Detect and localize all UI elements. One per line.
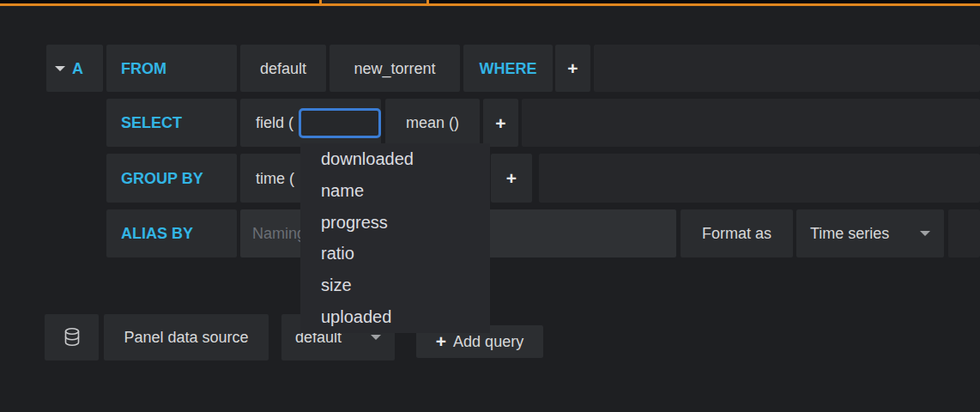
group-by-label: GROUP BY: [106, 154, 237, 203]
plus-icon: +: [506, 169, 517, 187]
group-by-row-filler: [539, 154, 980, 203]
field-options-dropdown: downloaded name progress ratio size uplo…: [300, 143, 490, 333]
alias-row-filler: [948, 209, 980, 258]
query-ref-letter: A: [72, 61, 83, 76]
chevron-down-icon: [371, 335, 381, 340]
retention-policy-segment[interactable]: default: [240, 45, 326, 92]
from-row-filler: [594, 45, 980, 92]
from-label: FROM: [106, 45, 237, 92]
format-as-label: Format as: [681, 209, 793, 258]
dropdown-option[interactable]: progress: [300, 207, 490, 239]
plus-icon: +: [436, 331, 446, 352]
dropdown-option[interactable]: uploaded: [300, 301, 490, 333]
panel-datasource-label: Panel data source: [104, 314, 269, 360]
dropdown-option[interactable]: ratio: [300, 238, 490, 270]
dropdown-option[interactable]: name: [300, 175, 490, 207]
dropdown-option[interactable]: size: [300, 270, 490, 301]
database-icon: [63, 327, 82, 348]
datasource-icon-segment: [45, 314, 99, 360]
select-label: SELECT: [106, 99, 237, 147]
active-tab-bottom-edge: [319, 0, 429, 3]
dropdown-option[interactable]: downloaded: [300, 143, 490, 175]
plus-icon: +: [567, 59, 578, 77]
format-as-select[interactable]: Time series: [796, 209, 944, 258]
field-open-text: field (: [256, 115, 293, 130]
active-tab-underline: [0, 3, 980, 6]
select-row-filler: [522, 99, 980, 147]
aggregation-segment[interactable]: mean (): [385, 99, 480, 147]
measurement-segment[interactable]: new_torrent: [330, 45, 460, 92]
plus-icon: +: [495, 114, 505, 132]
where-label: WHERE: [463, 45, 553, 92]
add-select-part-button[interactable]: +: [483, 99, 518, 147]
alias-by-label: ALIAS BY: [106, 209, 237, 258]
query-ref-toggle[interactable]: A: [46, 45, 103, 92]
chevron-down-icon: [920, 231, 930, 236]
add-group-by-button[interactable]: +: [491, 154, 532, 203]
field-value-input[interactable]: [299, 108, 381, 138]
add-where-condition-button[interactable]: +: [555, 45, 590, 92]
chevron-down-icon: [55, 66, 65, 71]
select-field-segment[interactable]: field ( ): [240, 99, 381, 147]
